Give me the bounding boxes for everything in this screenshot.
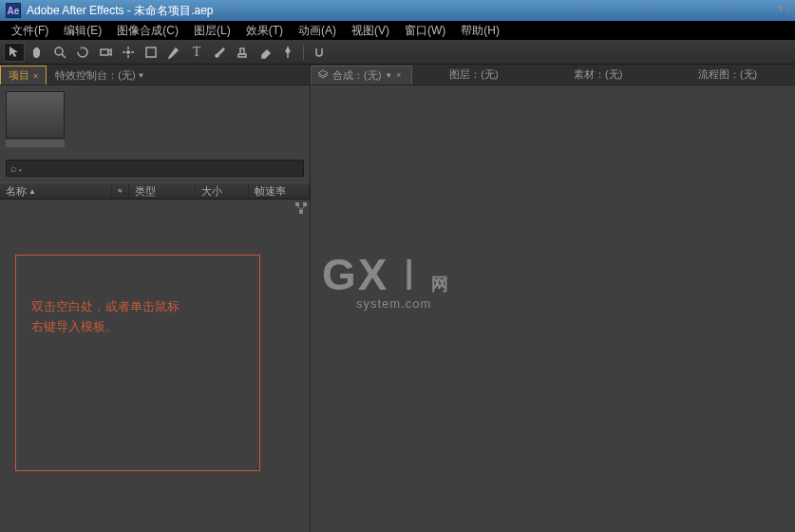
watermark: GX I 网 system.com (322, 249, 450, 311)
tab-layer[interactable]: 图层：(无) (440, 66, 507, 85)
pen-tool-icon[interactable] (163, 43, 184, 62)
sort-icon: ▲ (28, 187, 36, 196)
window-title: Adobe After Effects - 未命名项目.aep (27, 3, 214, 19)
menu-help[interactable]: 帮助(H) (453, 23, 507, 39)
tab-effect-controls[interactable]: 特效控制台：(无) ▼ (47, 66, 153, 85)
thumbnail-bar (6, 140, 65, 147)
svg-point-3 (126, 50, 130, 54)
svg-line-1 (62, 54, 66, 58)
project-body[interactable]: 双击空白处，或者单击鼠标 右键导入模板。 (0, 200, 310, 532)
tag-icon (118, 186, 123, 196)
svg-rect-12 (303, 202, 307, 206)
menu-layer[interactable]: 图层(L) (186, 23, 238, 39)
tab-flowchart[interactable]: 流程图：(无) (689, 66, 767, 85)
col-type[interactable]: 类型 (129, 183, 196, 199)
search-input[interactable]: ⌕▾ (6, 160, 304, 177)
title-bar: Ae Adobe After Effects - 未命名项目.aep (0, 0, 795, 21)
zoom-tool-icon[interactable] (49, 43, 70, 62)
col-size[interactable]: 大小 (196, 183, 249, 199)
camera-tool-icon[interactable] (95, 43, 116, 62)
layers-icon (317, 69, 329, 81)
pin-tool-icon[interactable] (277, 43, 298, 62)
tab-footage[interactable]: 素材：(无) (564, 66, 632, 85)
tab-project[interactable]: 项目 × (0, 66, 47, 85)
thumbnail-area (0, 86, 310, 154)
hint-line-1: 双击空白处，或者单击鼠标 (31, 297, 244, 317)
menu-view[interactable]: 视图(V) (344, 23, 397, 39)
svg-rect-10 (240, 48, 244, 54)
menu-animation[interactable]: 动画(A) (291, 23, 344, 39)
close-icon[interactable]: × (396, 70, 401, 80)
menu-file[interactable]: 文件(F) (4, 23, 56, 39)
hint-annotation: 双击空白处，或者单击鼠标 右键导入模板。 (15, 255, 260, 471)
stamp-tool-icon[interactable] (232, 43, 253, 62)
search-icon: ⌕▾ (10, 162, 24, 174)
viewer-tabs: 合成：(无) ▼ × 图层：(无) 素材：(无) 流程图：(无) (311, 65, 795, 86)
preview-thumbnail (6, 91, 65, 139)
rotate-tool-icon[interactable] (72, 43, 93, 62)
menu-composition[interactable]: 图像合成(C) (109, 23, 186, 39)
menu-bar: 文件(F) 编辑(E) 图像合成(C) 图层(L) 效果(T) 动画(A) 视图… (0, 21, 795, 40)
hand-tool-icon[interactable] (27, 43, 47, 62)
viewer-body: GX I 网 system.com (311, 86, 795, 532)
anchor-tool-icon[interactable] (118, 43, 139, 62)
svg-rect-13 (299, 210, 303, 214)
project-panel: 项目 × 特效控制台：(无) ▼ ▼≡ ⌕▾ 名称 ▲ 类型 (0, 65, 311, 532)
menu-window[interactable]: 窗口(W) (397, 23, 453, 39)
svg-point-0 (55, 48, 63, 55)
panel-menu-icon[interactable]: ▼≡ (776, 3, 791, 13)
left-panel-tabs: 项目 × 特效控制台：(无) ▼ ▼≡ (0, 65, 310, 86)
col-rate[interactable]: 帧速率 (249, 183, 310, 199)
tool-bar: T (0, 40, 795, 65)
hint-line-2: 右键导入模板。 (31, 317, 244, 337)
text-tool-icon[interactable]: T (186, 43, 207, 62)
svg-rect-11 (295, 202, 299, 206)
tool-separator (303, 45, 304, 60)
tab-effect-controls-label: 特效控制台：(无) (55, 68, 135, 83)
selection-tool-icon[interactable] (4, 43, 25, 62)
tab-composition[interactable]: 合成：(无) ▼ × (311, 66, 412, 85)
tab-close-icon[interactable]: × (33, 71, 38, 81)
tab-project-label: 项目 (9, 68, 29, 83)
workspace: 项目 × 特效控制台：(无) ▼ ▼≡ ⌕▾ 名称 ▲ 类型 (0, 65, 795, 532)
column-headers: 名称 ▲ 类型 大小 帧速率 (0, 182, 310, 200)
col-name[interactable]: 名称 ▲ (0, 183, 112, 199)
flowchart-toggle-icon[interactable] (294, 201, 308, 215)
svg-line-14 (297, 206, 301, 210)
svg-rect-8 (146, 48, 156, 57)
col-label[interactable] (112, 183, 129, 199)
brush-tool-icon[interactable] (209, 43, 230, 62)
snap-tool-icon[interactable] (309, 43, 330, 62)
dropdown-icon: ▼ (138, 71, 145, 80)
svg-line-15 (301, 206, 305, 210)
shape-tool-icon[interactable] (141, 43, 161, 62)
dropdown-icon: ▼ (385, 71, 392, 80)
menu-edit[interactable]: 编辑(E) (56, 23, 109, 39)
app-logo-icon: Ae (6, 3, 21, 18)
menu-effect[interactable]: 效果(T) (238, 23, 291, 39)
svg-rect-2 (101, 49, 108, 55)
eraser-tool-icon[interactable] (255, 43, 275, 62)
viewer-panel: 合成：(无) ▼ × 图层：(无) 素材：(无) 流程图：(无) GX I 网 … (311, 65, 795, 532)
